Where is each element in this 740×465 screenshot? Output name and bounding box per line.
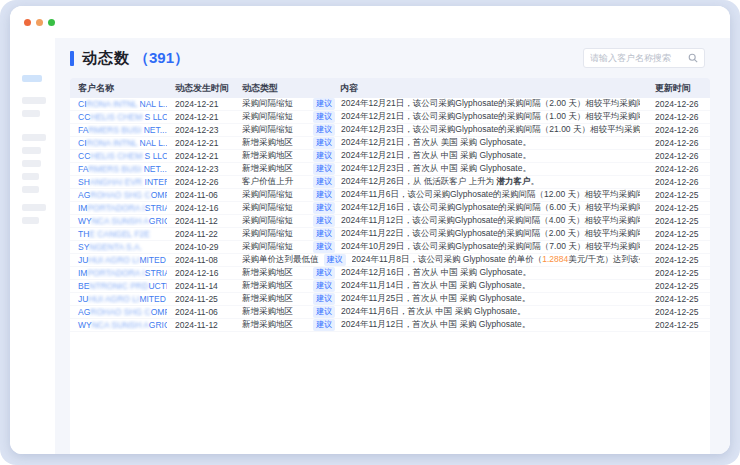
page-title-count: （391） [134,49,189,68]
customer-name-redacted: NTRONIC PRD [89,281,148,291]
customer-name-link[interactable]: AGROHAO SHG COMPA... [70,190,167,200]
table-row: WYNCA SUNSH AGRIC ...2024-11-12新增采购地区建议2… [70,319,710,332]
suggestion-badge[interactable]: 建议 [313,189,335,201]
sidebar-nav-item-10[interactable] [22,217,39,224]
table-row: JUHUI AGRO LIMITED2024-11-08采购单价达到最低值建议2… [70,254,710,267]
sidebar-nav-item-6[interactable] [22,160,41,167]
suggestion-badge[interactable]: 建议 [313,280,335,292]
dynamic-occur-time: 2024-11-12 [167,216,234,226]
suggestion-badge[interactable]: 建议 [313,306,335,318]
suggestion-badge[interactable]: 建议 [313,150,335,162]
content-cell: 建议2024年12月21日，首次从 美国 采购 Glyphosate。 [308,137,646,149]
update-time: 2024-12-26 [646,164,710,174]
dynamic-occur-time: 2024-11-12 [167,320,234,330]
text-segment: 2024年12月21日，该公司采购Glyphosate的采购间隔（2.00 天）… [341,98,640,108]
table-row: SYNGENTA S.A.2024-10-29采购间隔缩短建议2024年10月2… [70,241,710,254]
customer-name-link[interactable]: CIRONA INTNL NAL L... [70,138,167,148]
dynamic-occur-time: 2024-12-16 [167,268,234,278]
customer-name-link[interactable]: CCHELIS CHEM S LLC [70,151,167,161]
window-close-button[interactable] [24,19,31,26]
dynamic-type: 采购间隔缩短 [234,98,308,110]
customer-name-redacted: NCA SUNSH A [92,320,149,330]
suggestion-badge[interactable]: 建议 [313,98,335,110]
customer-name-suffix: NAL L... [140,99,167,109]
suggestion-badge[interactable]: 建议 [313,202,335,214]
update-time: 2024-12-26 [646,125,710,135]
content-text: 2024年12月23日，首次从 中国 采购 Glyphosate。 [341,163,531,175]
suggestion-badge[interactable]: 建议 [313,228,335,240]
content-cell: 建议2024年12月21日，该公司采购Glyphosate的采购间隔（1.00 … [308,111,646,123]
customer-name-suffix: MITED [139,294,165,304]
customer-name-redacted: HELIS CHEM [90,112,144,122]
customer-name-redacted: NGENTA S.A. [89,242,142,252]
customer-name-link[interactable]: CIRONA INTNL NAL L... [70,99,167,109]
text-segment: 2024年11月25日，首次从 中国 采购 Glyphosate。 [341,293,530,303]
content-cell: 建议2024年11月25日，首次从 中国 采购 Glyphosate。 [308,293,646,305]
window-minimize-button[interactable] [36,19,43,26]
suggestion-badge[interactable]: 建议 [324,254,346,266]
table-row: CIRONA INTNL NAL L...2024-12-21采购间隔缩短建议2… [70,98,710,111]
content-cell: 建议2024年11月8日，该公司采购 Glyphosate 的单价（1.2884… [319,254,647,266]
customer-name-redacted: ANGHAI EVR [90,177,145,187]
table-row: CCHELIS CHEM S LLC2024-12-21采购间隔缩短建议2024… [70,111,710,124]
dynamic-occur-time: 2024-12-23 [167,164,234,174]
dynamic-type: 采购间隔缩短 [234,189,308,201]
customer-name-link[interactable]: IMPORTADORA ISTRIA... [70,268,167,278]
customer-name-link[interactable]: AGROHAO SHG COMPA... [70,307,167,317]
dynamic-occur-time: 2024-12-21 [167,151,234,161]
content-cell: 建议2024年11月14日，首次从 中国 采购 Glyphosate。 [308,280,646,292]
suggestion-badge[interactable]: 建议 [313,293,335,305]
update-time: 2024-12-25 [646,320,710,330]
suggestion-badge[interactable]: 建议 [313,267,335,279]
customer-name-link[interactable]: JUHUI AGRO LIMITED [70,255,167,265]
customer-name-link[interactable]: SYNGENTA S.A. [70,242,167,252]
table-row: BENTRONIC PRDUCTIO...2024-11-14新增采购地区建议2… [70,280,710,293]
customer-search-box[interactable] [583,48,705,68]
suggestion-badge[interactable]: 建议 [313,215,335,227]
suggestion-badge[interactable]: 建议 [313,319,335,331]
sidebar-nav-item-5[interactable] [22,147,41,154]
customer-name-prefix: BE [78,281,89,291]
update-time: 2024-12-25 [646,307,710,317]
customer-name-suffix: STRIA... [145,203,167,213]
sidebar-nav-item-8[interactable] [22,186,39,193]
customer-name-link[interactable]: CCHELIS CHEM S LLC [70,112,167,122]
content-cell: 建议2024年12月23日，该公司采购Glyphosate的采购间隔（21.00… [308,124,646,136]
table-row: JUHUI AGRO LIMITED2024-11-25新增采购地区建议2024… [70,293,710,306]
search-icon[interactable] [688,53,698,63]
suggestion-badge[interactable]: 建议 [313,241,335,253]
suggestion-badge[interactable]: 建议 [313,163,335,175]
suggestion-badge[interactable]: 建议 [313,176,335,188]
sidebar-nav-item-7[interactable] [22,173,39,180]
customer-name-prefix: WY [78,216,92,226]
customer-name-link[interactable]: FARMERS BUSI NET... [70,164,167,174]
text-segment: 2024年12月16日，该公司采购Glyphosate的采购间隔（6.00 天）… [341,202,640,212]
sidebar-nav-item-9[interactable] [22,204,46,211]
content-cell: 建议2024年12月16日，该公司采购Glyphosate的采购间隔（6.00 … [308,202,646,214]
sidebar-nav-item-1[interactable] [22,75,42,82]
text-segment: 2024年10月29日，该公司采购Glyphosate的采购间隔（7.00 天）… [341,241,640,251]
suggestion-badge[interactable]: 建议 [313,124,335,136]
customer-name-link[interactable]: IMPORTADORA ISTRIA... [70,203,167,213]
sidebar-nav-item-4[interactable] [22,134,46,141]
customer-name-link[interactable]: WYNCA SUNSH AGRIC ... [70,320,167,330]
sidebar-nav-item-2[interactable] [22,97,46,104]
window-zoom-button[interactable] [48,19,55,26]
customer-search-input[interactable] [590,53,684,63]
customer-name-link[interactable]: WYNCA SUNSH AGRIC ... [70,216,167,226]
sidebar-nav-item-3[interactable] [22,110,40,117]
content-text: 2024年11月12日，首次从 中国 采购 Glyphosate。 [341,319,530,331]
customer-name-link[interactable]: THE CANGEL F2E [70,229,167,239]
content-text: 2024年11月6日，首次从 中国 采购 Glyphosate。 [341,306,526,318]
customer-name-link[interactable]: SHANGHAI EVR INTER... [70,177,167,187]
customer-name-suffix: NET... [144,125,167,135]
update-time: 2024-12-25 [646,229,710,239]
customer-name-link[interactable]: FARMERS BUSI NET... [70,125,167,135]
dynamic-type: 新增采购地区 [234,137,308,149]
suggestion-badge[interactable]: 建议 [313,111,335,123]
customer-name-link[interactable]: JUHUI AGRO LIMITED [70,294,167,304]
column-header-update-time: 更新时间 [646,82,710,95]
customer-name-link[interactable]: BENTRONIC PRDUCTIO... [70,281,167,291]
table-row: SHANGHAI EVR INTER...2024-12-26客户价值上升建议2… [70,176,710,189]
suggestion-badge[interactable]: 建议 [313,137,335,149]
